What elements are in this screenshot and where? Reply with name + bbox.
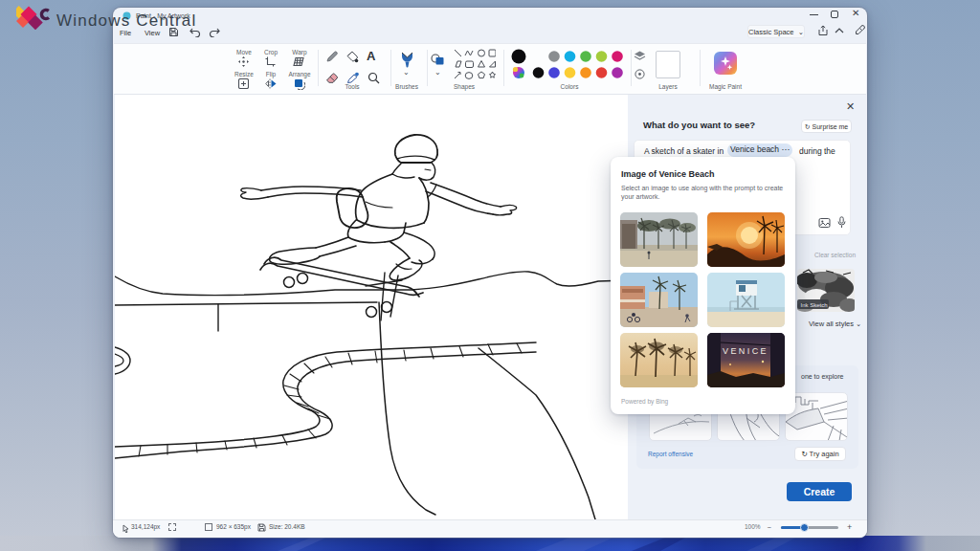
svg-text:VENICE: VENICE [723,346,768,356]
svg-text:Ink Sketch: Ink Sketch [801,302,828,308]
